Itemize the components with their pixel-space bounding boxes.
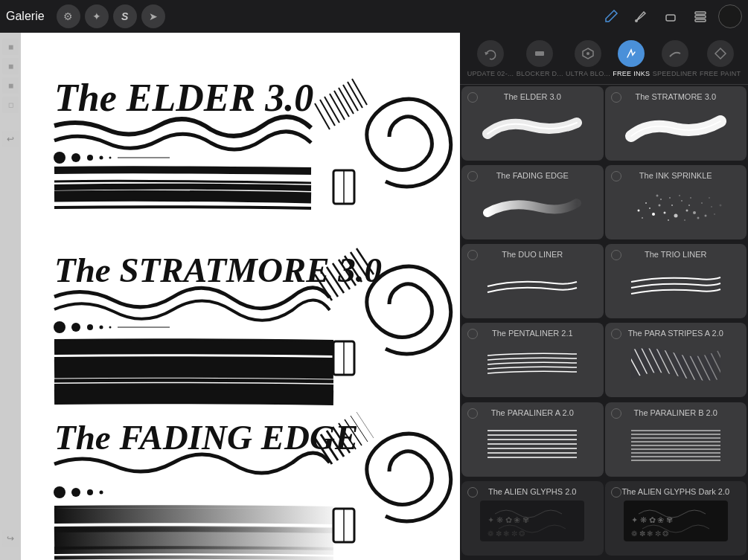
brush-preview-fading-edge	[467, 184, 598, 225]
svg-point-77	[679, 195, 680, 196]
svg-rect-3	[695, 16, 706, 18]
svg-point-78	[697, 217, 699, 219]
svg-point-63	[660, 199, 662, 200]
svg-point-10	[100, 156, 103, 160]
svg-point-73	[711, 206, 712, 207]
brush-select-paraliner-a[interactable]	[467, 408, 478, 419]
tab-ultra[interactable]: ULTRA BLO...	[566, 40, 610, 77]
svg-point-84	[688, 205, 690, 206]
pen-tool-button[interactable]	[599, 4, 623, 28]
canvas-area[interactable]: The ELDER 3.0	[0, 0, 460, 560]
brush-preview-elder	[467, 106, 598, 147]
canvas-content: The ELDER 3.0	[21, 33, 460, 560]
brush-label-paraliner-b: The PARALINER B 2.0	[634, 408, 717, 417]
svg-point-76	[668, 219, 669, 221]
tab-freepaint[interactable]: FREE PAINT	[700, 40, 741, 77]
brush-label-paraliner-a: The PARALINER A 2.0	[491, 408, 574, 417]
brush-cell-paraliner-a[interactable]: The PARALINER A 2.0	[461, 402, 604, 477]
svg-point-80	[709, 197, 710, 199]
svg-point-58	[586, 52, 589, 55]
user-avatar[interactable]	[718, 4, 742, 28]
brush-tool-button[interactable]	[629, 4, 653, 28]
svg-rect-4	[695, 19, 706, 22]
brush-label-fading-edge: The FADING EDGE	[496, 171, 569, 180]
brush-label-alien-glyphs-dark: The ALIEN GLYPHS Dark 2.0	[621, 487, 729, 496]
svg-point-68	[685, 210, 688, 212]
brush-select-ink-sprinkle[interactable]	[611, 171, 621, 181]
brush-cell-para-stripes[interactable]: The PARA STRIPES A 2.0	[605, 323, 747, 397]
svg-line-88	[631, 342, 653, 383]
brush-select-pentaliner[interactable]	[467, 329, 478, 339]
sidebar-btn-1[interactable]: ◼	[2, 39, 19, 55]
svg-point-70	[693, 211, 696, 214]
brush-label-para-stripes: The PARA STRIPES A 2.0	[628, 329, 723, 338]
brush-cell-trio-liner[interactable]: The TRIO LINER	[605, 244, 747, 318]
tab-update02-icon	[477, 40, 504, 67]
svg-point-67	[681, 200, 683, 202]
magic-tool-button[interactable]: ✦	[85, 4, 109, 28]
brush-grid: The ELDER 3.0 The STRATMORE 3.0 The FADI	[460, 85, 748, 560]
brush-cell-paraliner-b[interactable]: The PARALINER B 2.0	[605, 402, 747, 477]
tab-update02[interactable]: UPDATE 02-...	[467, 40, 514, 77]
undo-button[interactable]: ↩	[2, 131, 19, 147]
brush-select-duo-liner[interactable]	[467, 250, 478, 260]
brush-select-paraliner-b[interactable]	[611, 408, 621, 419]
sidebar-btn-3[interactable]: ◼	[2, 77, 19, 94]
brush-label-stratmore: The STRATMORE 3.0	[635, 92, 716, 101]
brush-cell-alien-glyphs[interactable]: The ALIEN GLYPHS 2.0 ✦ ❋ ✿ ❀ ✾ ❁ ✽ ❃ ✼ ❂	[461, 481, 604, 556]
svg-point-60	[637, 210, 639, 212]
brush-cell-ink-sprinkle[interactable]: The INK SPRINKLE	[605, 165, 747, 239]
transform-tool-button[interactable]: ➤	[141, 4, 165, 28]
tab-blocker[interactable]: BLOCKER D...	[517, 40, 563, 77]
app-name: Galerie	[6, 10, 45, 23]
brush-label-ink-sprinkle: The INK SPRINKLE	[639, 171, 712, 180]
svg-point-62	[652, 213, 655, 216]
svg-point-61	[645, 202, 647, 204]
brush-cell-duo-liner[interactable]: The DUO LINER	[461, 244, 604, 318]
svg-text:The FADING EDGE: The FADING EDGE	[54, 418, 358, 457]
tab-speedliner[interactable]: SPEEDLINER	[653, 40, 697, 77]
brush-panel: Pinsel + UPDATE 02-... BLOCKER D... ULTR…	[460, 0, 748, 560]
redo-button[interactable]: ↪	[2, 530, 19, 547]
sidebar-btn-4[interactable]: ◻	[2, 97, 19, 113]
brush-select-elder[interactable]	[467, 92, 478, 103]
svg-point-28	[100, 326, 103, 329]
svg-point-65	[671, 205, 673, 206]
brush-select-alien-glyphs-dark[interactable]	[611, 487, 621, 498]
svg-point-74	[642, 217, 643, 219]
brush-cell-fading-edge[interactable]: The FADING EDGE	[461, 165, 604, 239]
brush-preview-alien-glyphs: ✦ ❋ ✿ ❀ ✾ ❁ ✽ ❃ ✼ ❂	[467, 501, 598, 541]
brush-cell-stratmore[interactable]: The STRATMORE 3.0	[605, 86, 747, 161]
toolbar: Galerie ⚙ ✦ S ➤	[0, 0, 748, 33]
brush-category-tabs: UPDATE 02-... BLOCKER D... ULTRA BLO... …	[460, 33, 748, 85]
brush-select-trio-liner[interactable]	[611, 250, 621, 260]
brush-select-stratmore[interactable]	[611, 92, 621, 103]
tab-freeinks[interactable]: FREE INKS	[613, 40, 650, 77]
select-tool-button[interactable]: S	[113, 4, 137, 28]
brush-cell-elder[interactable]: The ELDER 3.0	[461, 86, 604, 161]
brush-preview-ink-sprinkle	[611, 184, 741, 225]
brush-select-alien-glyphs[interactable]	[467, 487, 478, 498]
svg-point-27	[87, 324, 93, 330]
svg-point-72	[704, 215, 706, 217]
tab-update02-label: UPDATE 02-...	[467, 70, 514, 77]
tab-speedliner-icon	[662, 40, 688, 67]
brush-select-fading-edge[interactable]	[467, 171, 478, 181]
svg-text:The ELDER 3.0: The ELDER 3.0	[54, 77, 313, 119]
brush-label-trio-liner: The TRIO LINER	[645, 250, 707, 259]
eraser-tool-button[interactable]	[659, 4, 683, 28]
tab-freepaint-label: FREE PAINT	[700, 70, 741, 77]
wrench-tool-button[interactable]: ⚙	[57, 4, 80, 28]
svg-point-82	[658, 205, 660, 207]
svg-point-71	[701, 202, 703, 204]
layers-button[interactable]	[688, 4, 712, 28]
svg-marker-59	[715, 48, 726, 59]
brush-cell-alien-glyphs-dark[interactable]: The ALIEN GLYPHS Dark 2.0 ✦ ❋ ✿ ❀ ✾ ❁ ✽ …	[605, 481, 747, 556]
svg-point-45	[100, 491, 103, 495]
svg-text:The STRATMORE 3.0: The STRATMORE 3.0	[54, 251, 382, 289]
brush-preview-stratmore	[611, 106, 741, 147]
brush-cell-pentaliner[interactable]: The PENTALINER 2.1	[461, 323, 604, 397]
sidebar-btn-2[interactable]: ◼	[2, 58, 19, 74]
tab-ultra-label: ULTRA BLO...	[566, 70, 610, 77]
brush-select-para-stripes[interactable]	[611, 329, 621, 339]
